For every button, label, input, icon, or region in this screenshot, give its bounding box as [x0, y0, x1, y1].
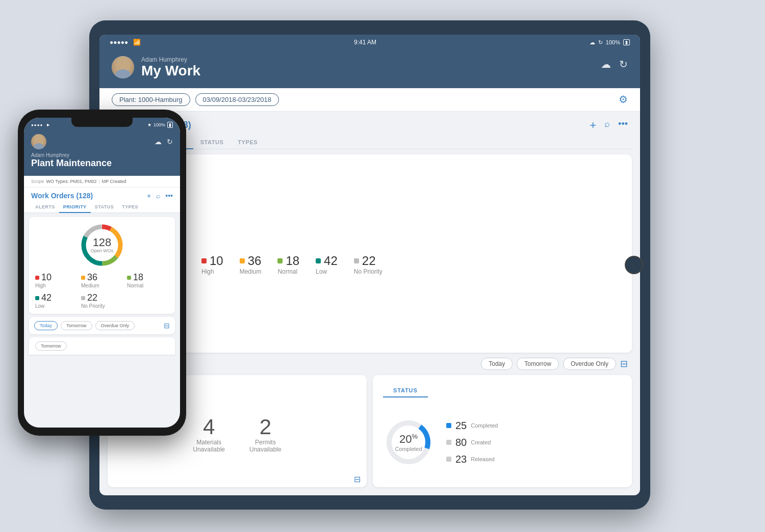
phone-avatar-body [34, 143, 44, 149]
phone-low-dot [35, 296, 39, 300]
phone-battery-label: 100% [154, 122, 165, 127]
phone-tab-status[interactable]: STATUS [91, 202, 118, 213]
created-count: 80 [455, 437, 467, 448]
phone-tomorrow-pill[interactable]: Tomorrow [61, 321, 92, 330]
today-pill[interactable]: Today [481, 358, 513, 370]
tablet-status-bar: ●●●●● 📶 9:41 AM ☁ ↻ 100% ▮ [99, 35, 640, 50]
materials-unavailable: 4 MaterialsUnavailable [193, 416, 225, 453]
alerts-tune-icon[interactable]: ⊟ [108, 471, 367, 487]
refresh-header-icon[interactable]: ↻ [619, 58, 628, 70]
medium-label: Medium [240, 268, 262, 275]
phone-tune-icon[interactable]: ⊟ [164, 322, 170, 330]
priority-content: 128 Open WOs 10 High [108, 177, 632, 353]
avatar-image [112, 56, 134, 78]
tablet-home-button[interactable] [625, 256, 643, 274]
phone-medium-count: 36 [87, 272, 97, 283]
status-stats: 25 Completed 80 Created [446, 420, 622, 465]
phone-priority-total: 128 [91, 237, 114, 248]
high-label: High [201, 268, 223, 275]
phone-header-top: ☁ ↻ [31, 134, 173, 149]
phone-no-priority-dot [81, 296, 85, 300]
phone-bottom-tomorrow[interactable]: Tomorrow [35, 341, 67, 351]
tab-status[interactable]: STATUS [193, 136, 231, 149]
phone-no-priority-label: No Priority [81, 303, 123, 309]
stat-low: 42 Low [316, 254, 338, 275]
phone-add-icon[interactable]: + [147, 192, 151, 200]
phone-priority-total-label: Open WOs [91, 248, 114, 253]
normal-dot [277, 258, 283, 263]
settings-icon[interactable]: ⚙ [619, 93, 628, 105]
phone-search-icon[interactable]: ⌕ [156, 192, 160, 200]
phone-header: ☁ ↻ Adam Humphrey Plant Maintenance [24, 131, 180, 176]
stat-no-priority: 22 No Priority [354, 254, 382, 275]
phone-normal-count: 18 [133, 272, 143, 283]
phone-medium-dot [81, 276, 85, 280]
phone-stat-low: 42 Low [35, 292, 77, 309]
phone-cloud-icon[interactable]: ☁ [155, 138, 162, 146]
phone-medium-label: Medium [81, 283, 123, 288]
work-orders-tabs: ALERTS PRIORITY STATUS TYPES [108, 136, 632, 149]
created-dot [446, 440, 451, 445]
completed-label: Completed [471, 422, 498, 429]
no-priority-dot [354, 258, 359, 263]
no-priority-label: No Priority [354, 268, 382, 275]
phone-scope-row: Scope WO Types: PM01, PM02 | MP Created [24, 176, 180, 188]
completed-dot [446, 423, 451, 428]
tablet-filters: Plant: 1000-Hamburg 03/09/2018-03/23/201… [99, 88, 640, 112]
stat-high: 10 High [201, 254, 223, 275]
avatar[interactable] [112, 56, 134, 78]
tomorrow-pill[interactable]: Tomorrow [517, 358, 559, 370]
header-username: Adam Humphrey [141, 56, 200, 63]
tab-types[interactable]: TYPES [231, 136, 265, 149]
phone-screen: ●●●● ► 9:41 AM ★ 100% ▮ ☁ [24, 118, 180, 428]
phone-notch [71, 118, 133, 127]
phone-high-label: High [35, 283, 77, 288]
phone-refresh-icon[interactable]: ↻ [167, 138, 173, 146]
tablet-time: 9:41 AM [354, 39, 376, 46]
add-icon[interactable]: + [590, 119, 596, 132]
overdue-pill[interactable]: Overdue Only [563, 358, 616, 370]
header-user: Adam Humphrey My Work [141, 56, 200, 79]
search-icon[interactable]: ⌕ [604, 119, 610, 132]
date-filter-chip[interactable]: 03/09/2018-03/23/2018 [195, 93, 279, 106]
phone-avatar[interactable] [31, 134, 46, 149]
plant-filter-chip[interactable]: Plant: 1000-Hamburg [112, 93, 190, 106]
status-section-label: STATUS [383, 381, 428, 397]
wifi-icon: 📶 [133, 39, 141, 46]
phone-today-pill[interactable]: Today [34, 321, 58, 330]
tablet-header-left: Adam Humphrey My Work [112, 56, 200, 79]
priority-card: PRIORITY [108, 154, 632, 353]
medium-count: 36 [248, 254, 262, 268]
phone-donut-center: 128 Open WOs [91, 237, 114, 253]
phone-signal: ●●●● ► [31, 122, 50, 127]
phone-high-count: 10 [41, 272, 52, 283]
high-dot [201, 258, 207, 263]
phone-wo-count: 128 [79, 192, 90, 200]
released-count: 23 [455, 454, 467, 465]
phone-tab-types[interactable]: TYPES [118, 202, 142, 213]
section-actions: + ⌕ ••• [590, 119, 628, 132]
phone-more-icon[interactable]: ••• [165, 192, 173, 200]
more-icon[interactable]: ••• [618, 119, 628, 132]
phone-overdue-pill[interactable]: Overdue Only [95, 321, 135, 330]
phone-tab-priority[interactable]: PRIORITY [59, 202, 91, 213]
phone-bottom-filter-row: Tomorrow [29, 337, 175, 355]
avatar-body [115, 69, 131, 78]
permits-label: PermitsUnavailable [249, 439, 282, 453]
low-label: Low [316, 268, 338, 275]
low-dot [316, 258, 321, 263]
tablet-signal: ●●●●● 📶 [110, 39, 141, 46]
tune-icon[interactable]: ⊟ [620, 358, 628, 369]
stat-medium: 36 Medium [240, 254, 262, 275]
filter-pills-row: Today Tomorrow Overdue Only ⊟ [108, 353, 632, 375]
high-count: 10 [210, 254, 223, 268]
refresh-icon: ↻ [598, 39, 603, 46]
status-percent: 20% [395, 433, 422, 446]
normal-label: Normal [277, 268, 299, 275]
permits-unavailable: 2 PermitsUnavailable [249, 416, 282, 453]
cloud-sync-icon[interactable]: ☁ [601, 58, 611, 70]
status-card-header: STATUS [373, 375, 632, 397]
phone-stat-no-priority: 22 No Priority [81, 292, 123, 309]
phone-tab-alerts[interactable]: ALERTS [31, 202, 59, 213]
phone-title: Plant Maintenance [31, 158, 173, 169]
